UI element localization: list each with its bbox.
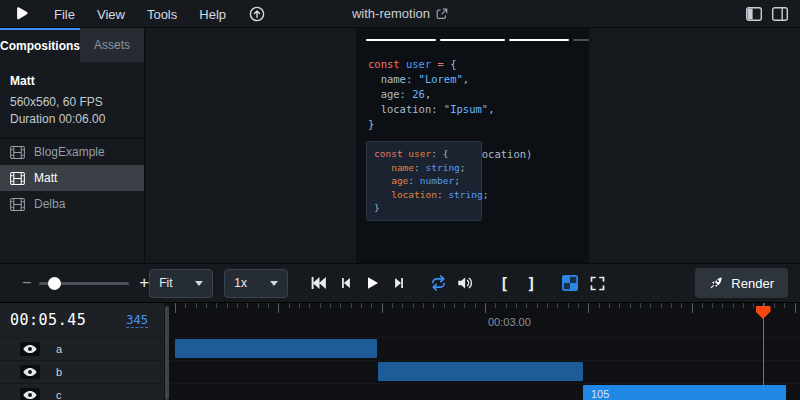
skip-to-start-button[interactable] — [308, 272, 328, 294]
timeline-clip-c[interactable]: 105 — [583, 385, 786, 400]
zoom-slider-thumb[interactable] — [48, 277, 61, 290]
timeline-ruler[interactable] — [169, 303, 800, 319]
timeline-scrollbar-thumb[interactable] — [165, 306, 169, 400]
zoom-in-button[interactable]: + — [139, 273, 149, 293]
volume-button[interactable] — [455, 272, 475, 294]
previous-frame-button[interactable] — [335, 272, 355, 294]
loop-icon — [429, 274, 448, 292]
fullscreen-button[interactable] — [587, 272, 607, 294]
project-title: with-remotion — [352, 6, 430, 21]
play-icon — [364, 274, 380, 292]
track-name-label: c — [56, 389, 62, 400]
left-sidebar: Compositions Assets Matt 560x560, 60 FPS… — [0, 28, 145, 263]
remotion-logo-glyph — [14, 6, 29, 21]
timeline-clip-a[interactable] — [175, 339, 377, 358]
film-icon — [10, 198, 25, 211]
menu-help[interactable]: Help — [188, 7, 237, 22]
menu-tools[interactable]: Tools — [136, 7, 188, 22]
external-link-icon — [436, 8, 448, 20]
update-available-icon[interactable] — [249, 6, 265, 22]
playback-speed-value: 1x — [234, 276, 247, 290]
track-name-label: a — [56, 343, 62, 355]
main-area: Compositions Assets Matt 560x560, 60 FPS… — [0, 28, 800, 263]
film-icon — [10, 172, 25, 185]
volume-icon — [456, 274, 474, 292]
tab-assets[interactable]: Assets — [80, 28, 144, 62]
timeline-track-labels: abc — [0, 337, 164, 400]
timeline-ruler-label: 00:03.00 — [488, 316, 531, 328]
menu-view[interactable]: View — [86, 7, 136, 22]
zoom-slider[interactable] — [39, 276, 129, 290]
timeline-canvas[interactable]: 00:03.00 105 — [169, 303, 800, 400]
arrow-up-circle-icon — [249, 6, 265, 22]
visibility-toggle-b[interactable] — [20, 365, 40, 379]
visibility-toggle-a[interactable] — [20, 342, 40, 356]
set-in-point-button[interactable]: [ — [494, 272, 514, 294]
remotion-studio-window: FileViewToolsHelp with-remotion — [0, 0, 800, 400]
right-panel-glyph — [772, 7, 788, 21]
transparency-toggle[interactable] — [560, 272, 580, 294]
play-button[interactable] — [362, 272, 382, 294]
canvas-size-select[interactable]: Fit — [149, 269, 213, 298]
visibility-toggle-c[interactable] — [20, 388, 40, 400]
rocket-icon — [709, 276, 723, 290]
composition-item-matt[interactable]: Matt — [0, 165, 144, 191]
menu-bar: FileViewToolsHelp with-remotion — [0, 0, 800, 28]
sidebar-tabs: Compositions Assets — [0, 28, 144, 62]
composition-item-delba[interactable]: Delba — [0, 191, 144, 217]
composition-list: BlogExampleMattDelba — [0, 139, 144, 263]
composition-duration: Duration 00:06.00 — [10, 111, 134, 128]
timeline-track-b: b — [0, 360, 164, 383]
track-name-label: b — [56, 366, 62, 378]
composition-resolution: 560x560, 60 FPS — [10, 94, 134, 111]
composition-item-label: Matt — [34, 171, 57, 185]
render-button[interactable]: Render — [695, 268, 788, 298]
film-icon — [10, 146, 25, 159]
toggle-right-panel-icon[interactable] — [772, 7, 788, 21]
menu-file[interactable]: File — [43, 7, 86, 22]
composition-name: Matt — [10, 74, 134, 88]
canvas-size-value: Fit — [159, 276, 172, 290]
tab-compositions[interactable]: Compositions — [0, 28, 80, 62]
progress-bars — [366, 39, 589, 41]
next-frame-button[interactable] — [389, 272, 409, 294]
menu: FileViewToolsHelp — [43, 5, 237, 23]
left-panel-glyph — [746, 7, 762, 21]
timeline-track-panel: 00:05.45 345 abc — [0, 303, 164, 400]
loop-toggle[interactable] — [428, 272, 448, 294]
current-timecode: 00:05.45 — [10, 311, 86, 329]
type-tooltip: const user: { name: string; age: number;… — [366, 141, 482, 221]
zoom-out-button[interactable]: − — [22, 274, 31, 292]
checkerboard-icon — [562, 275, 578, 291]
video-canvas[interactable]: const user = { name: "Lorem", age: 26, l… — [356, 28, 589, 263]
timeline: 00:05.45 345 abc 00:03.00 105 — [0, 302, 800, 400]
timeline-track-a: a — [0, 337, 164, 360]
transport-controls: [ ] — [308, 272, 607, 294]
next-frame-icon — [392, 274, 407, 292]
fullscreen-icon — [589, 275, 606, 292]
composition-item-label: Delba — [34, 197, 65, 211]
composition-item-blogexample[interactable]: BlogExample — [0, 139, 144, 165]
preview-area: const user = { name: "Lorem", age: 26, l… — [145, 28, 800, 263]
chevron-down-icon — [270, 281, 278, 286]
composition-item-label: BlogExample — [34, 145, 105, 159]
playback-speed-select[interactable]: 1x — [224, 269, 288, 298]
current-frame-badge[interactable]: 345 — [126, 313, 148, 328]
previous-frame-icon — [338, 274, 353, 292]
eye-icon — [23, 367, 37, 377]
render-button-label: Render — [731, 276, 774, 291]
playback-toolbar: − + Fit 1x — [0, 263, 800, 302]
eye-icon — [23, 344, 37, 354]
skip-to-start-icon — [309, 274, 327, 292]
timeline-track-c: c — [0, 383, 164, 400]
composition-info: Matt 560x560, 60 FPS Duration 00:06.00 — [0, 62, 144, 139]
set-out-point-button[interactable]: ] — [521, 272, 541, 294]
toggle-left-panel-icon[interactable] — [746, 7, 762, 21]
eye-icon — [23, 390, 37, 400]
timeline-header: 00:05.45 345 — [0, 303, 164, 337]
menu-bar-right — [746, 7, 800, 21]
timeline-clip-b[interactable] — [378, 362, 583, 381]
project-title-link[interactable]: with-remotion — [352, 6, 448, 21]
remotion-logo[interactable] — [14, 6, 29, 21]
menu-bar-left: FileViewToolsHelp — [0, 5, 265, 23]
